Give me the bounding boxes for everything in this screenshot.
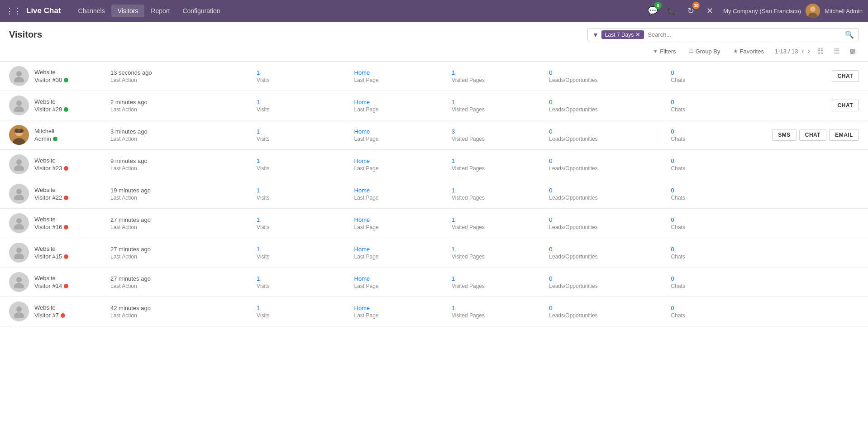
visited-pages-col: 1 Visited Pages: [452, 246, 549, 260]
group-by-icon: ☰: [689, 48, 694, 54]
status-dot: [53, 137, 57, 141]
visited-pages-value: 1: [452, 275, 549, 282]
menu-item-configuration[interactable]: Configuration: [176, 5, 226, 17]
leads-col: 0 Leads/Opportunities: [549, 216, 671, 230]
action-btn-chat[interactable]: CHAT: [832, 70, 859, 82]
status-dot: [64, 284, 68, 288]
leads-value: 0: [549, 187, 671, 194]
status-dot: [64, 196, 68, 200]
last-page-label: Last Page: [354, 224, 452, 230]
grid-icon[interactable]: ⋮⋮: [5, 6, 22, 16]
group-by-button[interactable]: ☰ Group By: [686, 46, 723, 57]
status-dot: [64, 107, 68, 112]
leads-label: Leads/Opportunities: [549, 195, 671, 201]
visitor-row: Website Visitor #29 2 minutes ago Last A…: [0, 91, 868, 120]
leads-col: 0 Leads/Opportunities: [549, 69, 671, 83]
update-icon-btn[interactable]: ↻ 30: [683, 4, 698, 18]
leads-col: 0 Leads/Opportunities: [549, 128, 671, 142]
leads-label: Leads/Opportunities: [549, 77, 671, 83]
username: Mitchell Admin: [825, 8, 863, 14]
svg-point-17: [16, 218, 22, 224]
last-page-value: Home: [354, 246, 452, 253]
visited-pages-label: Visited Pages: [452, 195, 549, 201]
last-page-col: Home Last Page: [354, 69, 452, 83]
leads-label: Leads/Opportunities: [549, 312, 671, 319]
leads-label: Leads/Opportunities: [549, 283, 671, 289]
menu-item-visitors[interactable]: Visitors: [111, 5, 145, 17]
last-action-value: 19 minutes ago: [110, 187, 257, 194]
visitor-name: Visitor #30: [34, 77, 62, 83]
visited-pages-label: Visited Pages: [452, 312, 549, 319]
last-action-value: 9 minutes ago: [110, 158, 257, 164]
action-btn-sms[interactable]: SMS: [772, 129, 796, 141]
svg-point-21: [16, 277, 22, 282]
last-action-label: Last Action: [110, 254, 257, 260]
visited-pages-value: 1: [452, 216, 549, 223]
last-action-value: 27 minutes ago: [110, 275, 257, 282]
user-avatar[interactable]: [806, 4, 820, 18]
close-icon-btn[interactable]: ✕: [702, 4, 717, 18]
menu-item-channels[interactable]: Channels: [72, 5, 111, 17]
avatar: [9, 243, 29, 263]
last-action-value: 27 minutes ago: [110, 246, 257, 253]
visitor-source: Website: [34, 98, 107, 105]
menu-item-report[interactable]: Report: [144, 5, 176, 17]
visited-pages-col: 1 Visited Pages: [452, 99, 549, 113]
visits-col: 1 Visits: [257, 69, 354, 83]
chats-label: Chats: [671, 136, 768, 142]
company-name: My Company (San Francisco): [723, 8, 801, 14]
visited-pages-col: 1 Visited Pages: [452, 187, 549, 201]
visits-label: Visits: [257, 224, 354, 230]
avatar: [9, 125, 29, 145]
visited-pages-value: 1: [452, 187, 549, 194]
view-list-btn[interactable]: ☰: [830, 45, 843, 57]
chats-label: Chats: [671, 312, 768, 319]
toolbar: ▼ Filters ☰ Group By ★ Favorites 1-13 / …: [0, 41, 868, 62]
last-page-value: Home: [354, 99, 452, 105]
pagination-next[interactable]: ›: [808, 48, 810, 55]
last-action-label: Last Action: [110, 283, 257, 289]
last-page-col: Home Last Page: [354, 99, 452, 113]
last-page-label: Last Page: [354, 312, 452, 319]
search-icon[interactable]: 🔍: [845, 30, 854, 39]
last-action-col: 27 minutes ago Last Action: [110, 275, 257, 289]
chats-label: Chats: [671, 195, 768, 201]
visited-pages-label: Visited Pages: [452, 77, 549, 83]
last-action-col: 13 seconds ago Last Action: [110, 69, 257, 83]
pagination-prev[interactable]: ‹: [801, 48, 804, 55]
leads-label: Leads/Opportunities: [549, 224, 671, 230]
chat-icon-btn[interactable]: 💬 5: [645, 4, 660, 18]
last-action-value: 3 minutes ago: [110, 128, 257, 135]
last-page-label: Last Page: [354, 165, 452, 172]
view-kanban-btn[interactable]: ☷: [814, 45, 826, 57]
topnav: ⋮⋮ Live Chat Channels Visitors Report Co…: [0, 0, 868, 22]
visitor-actions: CHAT: [768, 70, 859, 82]
visited-pages-label: Visited Pages: [452, 224, 549, 230]
search-input[interactable]: [648, 31, 845, 38]
avatar: [9, 66, 29, 86]
phone-icon-btn[interactable]: 📞: [664, 4, 679, 18]
last-page-label: Last Page: [354, 283, 452, 289]
visits-label: Visits: [257, 195, 354, 201]
chats-value: 0: [671, 246, 768, 253]
visits-label: Visits: [257, 77, 354, 83]
chats-value: 0: [671, 305, 768, 311]
action-btn-email[interactable]: EMAIL: [829, 129, 859, 141]
action-btn-chat[interactable]: CHAT: [799, 129, 826, 141]
visited-pages-value: 1: [452, 99, 549, 105]
visited-pages-label: Visited Pages: [452, 254, 549, 260]
action-btn-chat[interactable]: CHAT: [832, 100, 859, 111]
visitor-name: Visitor #15: [34, 253, 62, 260]
visits-value: 1: [257, 305, 354, 311]
filters-button[interactable]: ▼ Filters: [650, 46, 678, 57]
filter-tag-close[interactable]: ✕: [635, 31, 640, 38]
main-menu: Channels Visitors Report Configuration: [72, 5, 227, 17]
last-action-label: Last Action: [110, 106, 257, 113]
visited-pages-value: 3: [452, 128, 549, 135]
last-page-col: Home Last Page: [354, 216, 452, 230]
view-chart-btn[interactable]: ▩: [846, 45, 859, 57]
chats-value: 0: [671, 158, 768, 164]
visited-pages-value: 1: [452, 246, 549, 253]
favorites-button[interactable]: ★ Favorites: [730, 46, 767, 57]
last-page-label: Last Page: [354, 77, 452, 83]
